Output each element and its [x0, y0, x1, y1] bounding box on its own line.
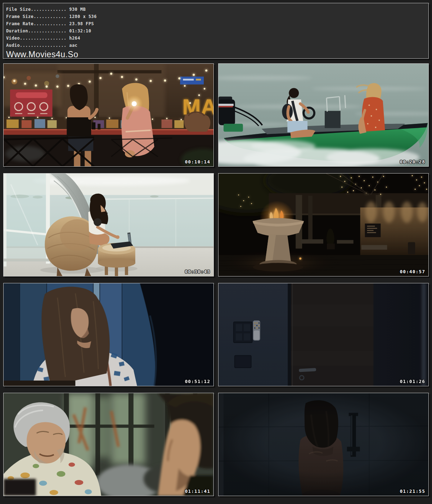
timestamp-overlay: 00:20:28: [400, 159, 425, 165]
scene-blouse-image: [4, 283, 213, 386]
scene-speedboat-image: [219, 64, 428, 166]
scene-shower-image: [219, 393, 428, 496]
screenshot-thumb-3: 00:30:43: [3, 173, 214, 276]
screenshot-thumb-8: 01:21:55: [218, 393, 429, 496]
video-codec-line: Video................. h264: [6, 35, 425, 42]
scene-courtyard-image: [219, 174, 428, 276]
audio-codec-line: Audio................. aac: [6, 42, 425, 49]
file-info-panel: File Size............. 930 MB Frame Size…: [3, 3, 429, 59]
glass-wall: [4, 174, 50, 266]
screenshot-grid: MA: [3, 63, 429, 496]
timestamp-overlay: 01:01:26: [400, 379, 425, 384]
scene-balcony-image: [4, 174, 213, 276]
duration-line: Duration.............. 01:32:10: [6, 27, 425, 35]
frame-size-line: Frame Size............ 1280 x 536: [6, 13, 425, 20]
screenshot-thumb-2: 00:20:28: [218, 63, 429, 167]
screenshot-thumb-4: 00:40:57: [218, 173, 429, 276]
timestamp-overlay: 00:51:12: [185, 379, 210, 384]
timestamp-overlay: 00:30:43: [185, 269, 210, 274]
site-watermark: Www.Movies4u.So: [6, 50, 425, 59]
timestamp-overlay: 00:10:14: [185, 159, 210, 165]
timestamp-overlay: 01:11:41: [185, 489, 210, 494]
frame-rate-line: Frame Rate............ 23.98 FPS: [6, 20, 425, 27]
scene-two-men-image: [4, 393, 213, 496]
scene-dark-room-image: [219, 283, 428, 386]
screenshot-thumb-5: 00:51:12: [3, 283, 214, 386]
timestamp-overlay: 01:21:55: [400, 489, 425, 494]
screenshot-sheet: { "header": { "info_lines": [ "File Size…: [0, 0, 432, 504]
timestamp-overlay: 00:40:57: [400, 269, 425, 274]
file-size-line: File Size............. 930 MB: [6, 6, 425, 13]
screenshot-thumb-7: 01:11:41: [3, 393, 214, 496]
scene-night-market-image: MA: [4, 64, 213, 166]
screenshot-thumb-6: 01:01:26: [218, 283, 429, 386]
screenshot-thumb-1: MA: [3, 63, 214, 167]
